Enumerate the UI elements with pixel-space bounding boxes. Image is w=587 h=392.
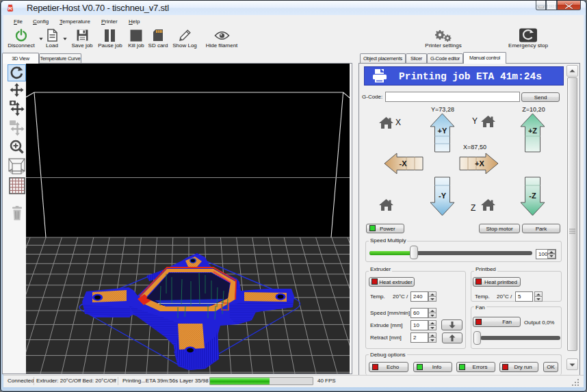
svg-text:-Y: -Y: [439, 192, 447, 200]
svg-text:R: R: [8, 5, 12, 12]
svg-text:+Y: +Y: [438, 127, 447, 135]
svg-text:+Z: +Z: [528, 127, 537, 135]
svg-text:-X: -X: [400, 159, 408, 168]
svg-text:-Z: -Z: [529, 192, 536, 200]
svg-text:+X: +X: [475, 159, 484, 168]
